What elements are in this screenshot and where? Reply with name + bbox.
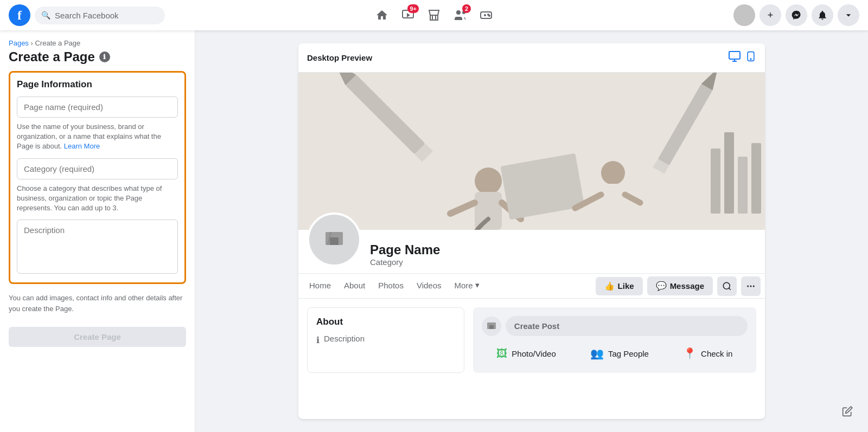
main-container: Pages › Create a Page Create a Page ℹ Pa… xyxy=(0,30,868,432)
facebook-logo[interactable]: f xyxy=(9,4,30,26)
svg-point-32 xyxy=(747,285,749,287)
sidebar: Pages › Create a Page Create a Page ℹ Pa… xyxy=(0,30,195,432)
groups-nav-btn[interactable]: 2 xyxy=(447,2,473,28)
page-nav-left: Home About Photos Videos More ▾ xyxy=(303,274,486,298)
more-label: More xyxy=(455,281,473,290)
fb-logo-letter: f xyxy=(17,8,22,23)
cover-illustration xyxy=(298,73,765,230)
create-post-top: Create Post xyxy=(482,316,748,336)
create-a-page-title: Create a Page xyxy=(9,49,95,65)
profile-avatar[interactable] xyxy=(733,4,755,26)
page-nav: Home About Photos Videos More ▾ 👍 Like xyxy=(298,273,765,299)
preview-header: Desktop Preview xyxy=(298,43,765,73)
notifications-btn[interactable] xyxy=(812,4,833,26)
breadcrumb-current: Create a Page xyxy=(35,39,80,47)
nav-photos[interactable]: Photos xyxy=(372,274,410,298)
create-post-actions: 🖼 Photo/Video 👥 Tag People 📍 Check in xyxy=(482,343,748,364)
create-page-button[interactable]: Create Page xyxy=(9,327,186,347)
content-area: About ℹ Description xyxy=(298,299,765,382)
more-options-btn[interactable] xyxy=(741,276,761,296)
tag-people-btn[interactable]: 👥 Tag People xyxy=(582,343,658,364)
nav-right: + xyxy=(686,4,859,26)
more-chevron-icon: ▾ xyxy=(475,280,480,290)
profile-pic-inner xyxy=(309,215,359,265)
check-in-btn[interactable]: 📍 Check in xyxy=(674,343,741,364)
section-title: Page Information xyxy=(17,79,178,90)
svg-point-1 xyxy=(456,10,461,15)
description-input[interactable] xyxy=(17,220,178,274)
svg-rect-6 xyxy=(729,51,740,59)
tag-people-label: Tag People xyxy=(608,349,649,358)
svg-point-5 xyxy=(489,15,490,16)
search-icon: 🔍 xyxy=(41,11,50,20)
svg-rect-26 xyxy=(724,132,734,214)
profile-picture xyxy=(307,212,361,267)
svg-rect-27 xyxy=(738,157,748,214)
message-icon: 💬 xyxy=(656,281,667,291)
page-name-input[interactable] xyxy=(17,96,178,118)
pages-link[interactable]: Pages xyxy=(9,39,29,47)
preview-category: Category xyxy=(370,257,756,267)
category-hint: Choose a category that describes what ty… xyxy=(17,184,178,214)
about-description: ℹ Description xyxy=(316,334,455,345)
message-button[interactable]: 💬 Message xyxy=(647,276,713,295)
learn-more-link[interactable]: Learn More xyxy=(64,142,100,150)
check-in-icon: 📍 xyxy=(683,347,697,360)
post-profile-pic xyxy=(482,317,501,336)
messenger-btn[interactable] xyxy=(786,4,807,26)
watch-badge: 9+ xyxy=(407,4,419,13)
page-name-hint: Use the name of your business, brand or … xyxy=(17,122,178,152)
page-profile-section: Page Name Category xyxy=(298,230,765,267)
nav-about[interactable]: About xyxy=(337,274,372,298)
like-thumb-icon: 👍 xyxy=(604,281,615,291)
photo-video-icon: 🖼 xyxy=(496,347,507,360)
svg-point-8 xyxy=(750,59,751,60)
svg-point-33 xyxy=(750,285,752,287)
settings-btn[interactable] xyxy=(838,4,859,26)
svg-rect-30 xyxy=(330,237,339,245)
cover-photo xyxy=(298,73,765,230)
sidebar-footer: You can add images, contact info and oth… xyxy=(9,293,186,323)
watch-nav-btn[interactable]: 9+ xyxy=(395,2,421,28)
search-page-btn[interactable] xyxy=(717,276,737,296)
svg-rect-19 xyxy=(601,184,625,219)
svg-rect-28 xyxy=(751,143,761,214)
search-box[interactable]: 🔍 Search Facebook xyxy=(35,7,165,24)
marketplace-nav-btn[interactable] xyxy=(421,2,447,28)
svg-point-31 xyxy=(723,282,730,289)
preview-card: Desktop Preview xyxy=(298,43,765,419)
svg-rect-14 xyxy=(475,192,502,230)
top-navigation: f 🔍 Search Facebook 9+ 2 + xyxy=(0,0,868,30)
nav-home[interactable]: Home xyxy=(303,274,337,298)
edit-icon[interactable] xyxy=(838,402,857,421)
page-name-block: Page Name Category xyxy=(370,242,756,267)
mobile-view-icon[interactable] xyxy=(745,50,756,66)
svg-rect-25 xyxy=(711,149,720,214)
info-icon[interactable]: ℹ xyxy=(99,51,110,62)
nav-more[interactable]: More ▾ xyxy=(448,274,486,298)
home-nav-btn[interactable] xyxy=(369,2,395,28)
about-box: About ℹ Description xyxy=(307,307,464,373)
create-post-button[interactable]: Create Post xyxy=(506,316,748,336)
photo-video-label: Photo/Video xyxy=(512,349,556,358)
page-info-section: Page Information Use the name of your bu… xyxy=(9,71,186,284)
add-btn[interactable]: + xyxy=(760,4,781,26)
profile-row: Page Name Category xyxy=(307,230,756,267)
svg-point-18 xyxy=(601,161,625,185)
category-input[interactable] xyxy=(17,158,178,179)
svg-point-34 xyxy=(753,285,755,287)
preview-title: Desktop Preview xyxy=(307,53,372,62)
nav-videos[interactable]: Videos xyxy=(410,274,448,298)
about-info-icon: ℹ xyxy=(316,335,320,345)
desktop-view-icon[interactable] xyxy=(728,50,741,66)
about-description-text: Description xyxy=(324,334,365,343)
preview-icon-group xyxy=(728,50,756,66)
preview-page-name: Page Name xyxy=(370,242,756,257)
nav-left: f 🔍 Search Facebook xyxy=(9,4,182,26)
svg-rect-36 xyxy=(489,325,494,329)
gaming-nav-btn[interactable] xyxy=(473,2,499,28)
like-button[interactable]: 👍 Like xyxy=(596,277,643,295)
tag-people-icon: 👥 xyxy=(590,347,604,360)
photo-video-btn[interactable]: 🖼 Photo/Video xyxy=(488,343,564,364)
check-in-label: Check in xyxy=(701,349,732,358)
